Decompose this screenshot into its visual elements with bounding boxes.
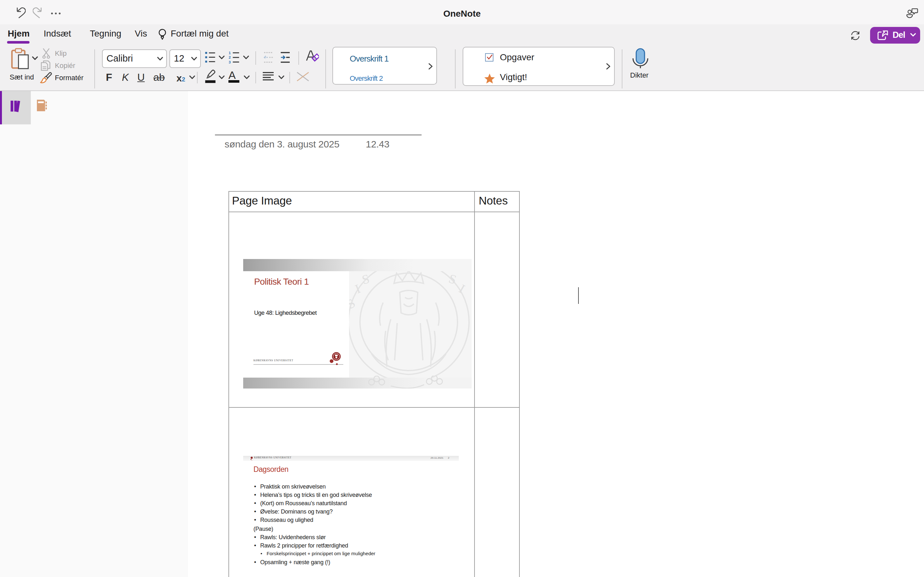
svg-text:I: I [353, 282, 362, 297]
svg-text:2: 2 [229, 55, 231, 59]
svg-text:1: 1 [229, 51, 231, 55]
svg-text:3: 3 [229, 60, 231, 64]
